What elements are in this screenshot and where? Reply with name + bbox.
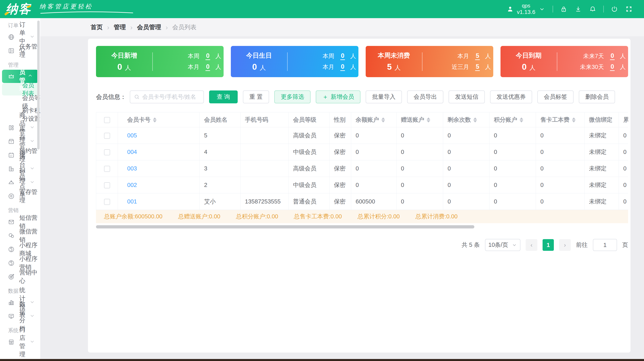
stat-detail-value[interactable]: 0: [610, 63, 614, 71]
bell-icon[interactable]: [589, 5, 596, 13]
column-header-积分账户[interactable]: 积分账户: [490, 112, 536, 127]
action-button-发送优惠券[interactable]: 发送优惠券: [490, 91, 532, 103]
column-header-售卡工本费[interactable]: 售卡工本费: [536, 112, 585, 127]
member-card-link[interactable]: 004: [127, 149, 137, 155]
user-menu[interactable]: qps v1.13.6: [506, 3, 546, 15]
stat-detail-value[interactable]: 5: [475, 52, 480, 60]
sort-icon[interactable]: [473, 117, 477, 123]
reset-button[interactable]: 重 置: [243, 91, 269, 103]
stat-divider: [152, 52, 153, 71]
sort-icon[interactable]: [572, 117, 576, 123]
sidebar-item-微信营销[interactable]: 微信营销: [0, 229, 40, 243]
horizontal-scrollbar-thumb[interactable]: [96, 225, 474, 228]
member-card-link[interactable]: 005: [127, 132, 137, 139]
sidebar-scrollbar[interactable]: [37, 21, 40, 149]
stat-detail-value[interactable]: 5: [475, 63, 480, 71]
action-button-批量导入[interactable]: 批量导入: [366, 91, 402, 103]
sidebar-item-订单中心[interactable]: 订单中心: [0, 30, 40, 44]
stat-detail-row: 未来30天 0 人: [570, 63, 626, 71]
table-cell: 0: [443, 127, 490, 144]
stat-detail-value[interactable]: 0: [206, 63, 210, 71]
stat-detail-value[interactable]: 0: [340, 63, 345, 71]
table-cell: 0: [396, 193, 443, 210]
row-checkbox[interactable]: [104, 166, 110, 172]
column-header-赠送账户[interactable]: 赠送账户: [396, 112, 443, 127]
summary-row: 总账户余额:600500.00总赠送账户:0.00总积分账户:0.00总售卡工本…: [96, 210, 628, 223]
add-member-button[interactable]: ＋新增会员: [316, 91, 360, 103]
table-cell: 中级会员: [288, 144, 330, 160]
row-checkbox[interactable]: [104, 199, 110, 205]
breadcrumb-separator: ›: [107, 23, 109, 31]
stat-detail-unit: 人: [350, 52, 356, 60]
lock-icon[interactable]: [560, 5, 568, 13]
download-icon[interactable]: [574, 5, 582, 13]
sidebar-item-扫码点单[interactable]: 扫码点单: [0, 176, 40, 189]
table-cell: 600500: [351, 193, 396, 210]
stat-detail-value[interactable]: 0: [610, 52, 614, 60]
sidebar-item-营销中心[interactable]: 营销中心: [0, 270, 40, 284]
power-icon[interactable]: [610, 5, 618, 13]
inventory-icon: [8, 138, 15, 145]
search-button[interactable]: 查 询: [209, 91, 238, 103]
sidebar-item-任务管理[interactable]: 任务管理: [0, 44, 40, 58]
more-filters-button[interactable]: 更多筛选: [274, 91, 310, 103]
goto-page-input[interactable]: [593, 239, 617, 251]
next-page-button[interactable]: ›: [559, 239, 571, 251]
stat-main: 今日到期 0人: [500, 51, 557, 72]
wechat-icon: [8, 232, 15, 239]
action-button-会员导出[interactable]: 会员导出: [407, 91, 443, 103]
summary-item: 总累计积分:0.00: [358, 213, 400, 221]
sidebar-item-小程序商城[interactable]: 小程序商城: [0, 243, 40, 256]
member-card-link[interactable]: 003: [127, 165, 137, 172]
member-search-input[interactable]: [142, 94, 200, 100]
sidebar-item-小程序营销[interactable]: 小程序营销: [0, 256, 40, 270]
prev-page-button[interactable]: ‹: [526, 239, 537, 251]
sidebar-item-短信营销[interactable]: 短信营销: [0, 215, 40, 229]
sort-icon[interactable]: [427, 117, 430, 123]
column-header-剩余次数[interactable]: 剩余次数: [443, 112, 490, 127]
sort-icon[interactable]: [381, 117, 385, 123]
top-header: 纳客 纳客管店更轻松 qps v1.13.6: [0, 0, 644, 18]
stat-title: 本周未消费: [378, 51, 410, 60]
row-checkbox[interactable]: [104, 149, 110, 155]
sort-icon[interactable]: [153, 117, 156, 123]
table-cell: 0: [619, 193, 628, 210]
table-row: 0044中级会员保密00000未绑定0: [96, 144, 628, 160]
row-select-cell: [96, 144, 118, 160]
sidebar-item-数据分析[interactable]: 数据分析: [0, 309, 40, 323]
action-button-发送短信[interactable]: 发送短信: [448, 91, 485, 103]
table-cell: 4: [200, 144, 240, 160]
select-all-checkbox[interactable]: [104, 117, 110, 123]
stat-card-今日到期: 今日到期 0人 未来7天 0 人 未来30天 0 人: [500, 46, 628, 77]
page-size-select[interactable]: 10条/页: [485, 239, 520, 251]
stat-detail-value[interactable]: 0: [340, 52, 345, 60]
sidebar-item-门店管理[interactable]: 门店管理: [0, 335, 40, 349]
sort-icon[interactable]: [520, 117, 523, 123]
tasks-icon: [8, 47, 15, 54]
stat-detail-label: 本月: [435, 52, 469, 60]
stat-detail-row: 本周 0 人: [300, 52, 356, 60]
member-card-link[interactable]: 001: [127, 198, 137, 205]
sidebar-item-寄存管理[interactable]: 寄寄存管理: [0, 189, 40, 203]
action-button-会员标签[interactable]: 会员标签: [537, 91, 574, 103]
current-page[interactable]: 1: [542, 239, 554, 251]
row-checkbox[interactable]: [104, 182, 110, 188]
member-card-link[interactable]: 002: [127, 182, 137, 188]
column-label: 赠送账户: [401, 116, 424, 123]
brand-logo[interactable]: 纳客 纳客管店更轻松: [0, 0, 93, 18]
stat-detail-value[interactable]: 0: [206, 52, 210, 60]
stat-detail-unit: 人: [215, 63, 221, 71]
table-cell: 未绑定: [585, 127, 619, 144]
breadcrumb-home[interactable]: 首页: [90, 23, 103, 32]
column-header-会员卡号[interactable]: 会员卡号: [118, 112, 200, 127]
action-button-删除会员[interactable]: 删除会员: [579, 91, 615, 103]
sidebar-item-库存管理[interactable]: 库存管理: [0, 135, 40, 148]
breadcrumb-member-manage[interactable]: 会员管理: [137, 23, 161, 32]
column-header-余额账户[interactable]: 余额账户: [351, 112, 396, 127]
fullscreen-icon[interactable]: [625, 5, 633, 13]
divider: [603, 6, 604, 13]
breadcrumb-manage[interactable]: 管理: [114, 23, 126, 32]
chevron-down-icon: [512, 242, 517, 248]
chevron-down-icon: [30, 313, 35, 320]
row-checkbox[interactable]: [104, 133, 110, 139]
